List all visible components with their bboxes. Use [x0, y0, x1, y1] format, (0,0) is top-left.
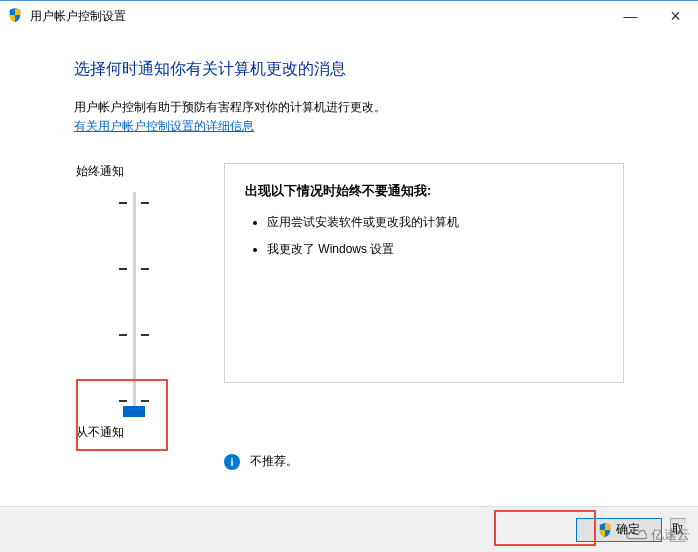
close-button[interactable]: ×: [653, 1, 698, 31]
page-heading: 选择何时通知你有关计算机更改的消息: [74, 59, 624, 80]
watermark-text: 亿速云: [651, 526, 690, 544]
shield-icon: [598, 523, 612, 537]
description-text: 用户帐户控制有助于预防有害程序对你的计算机进行更改。: [74, 98, 624, 116]
help-link[interactable]: 有关用户帐户控制设置的详细信息: [74, 118, 254, 135]
notification-slider[interactable]: 始终通知 从不通知: [74, 163, 194, 441]
bullet-item: 应用尝试安装软件或更改我的计算机: [267, 214, 603, 231]
bullet-item: 我更改了 Windows 设置: [267, 241, 603, 258]
info-icon: i: [224, 454, 240, 470]
slider-thumb[interactable]: [123, 406, 145, 417]
titlebar: 用户帐户控制设置 — ×: [0, 1, 698, 31]
slider-label-bottom: 从不通知: [76, 424, 124, 441]
slider-label-top: 始终通知: [76, 163, 124, 180]
panel-title: 出现以下情况时始终不要通知我:: [245, 182, 603, 200]
recommendation-text: 不推荐。: [250, 453, 298, 470]
dialog-footer: 确定 取: [0, 506, 698, 552]
cloud-icon: [625, 528, 647, 542]
shield-icon: [8, 8, 24, 24]
minimize-button[interactable]: —: [608, 1, 653, 31]
recommendation-row: i 不推荐。: [224, 453, 624, 470]
info-panel: 出现以下情况时始终不要通知我: 应用尝试安装软件或更改我的计算机 我更改了 Wi…: [224, 163, 624, 383]
watermark: 亿速云: [625, 526, 690, 544]
content-area: 选择何时通知你有关计算机更改的消息 用户帐户控制有助于预防有害程序对你的计算机进…: [0, 31, 698, 470]
window-title: 用户帐户控制设置: [30, 8, 126, 25]
